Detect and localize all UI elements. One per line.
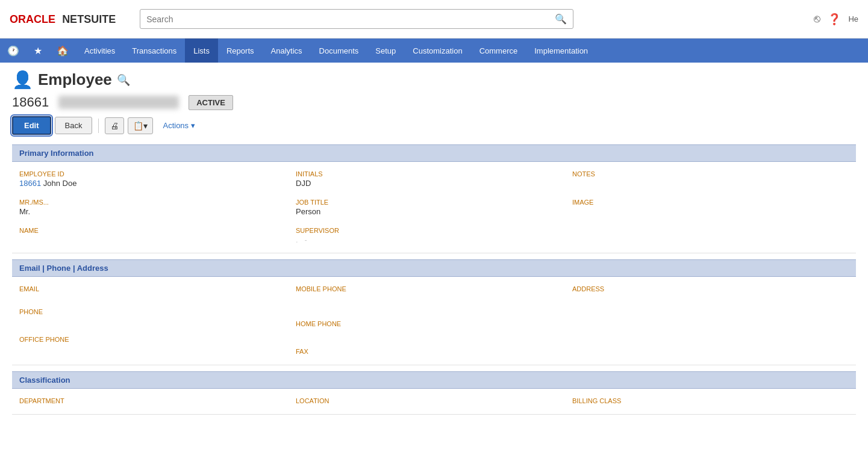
phone-group-col2: MOBILE PHONE HOME PHONE FAX <box>296 285 565 356</box>
nav-customization[interactable]: Customization <box>404 39 470 63</box>
logo-oracle: ORACLE <box>10 13 55 25</box>
nav-star-icon[interactable]: ★ <box>27 39 49 63</box>
nav-transactions[interactable]: Transactions <box>123 39 185 63</box>
help-label: He <box>848 14 858 23</box>
nav-lists[interactable]: Lists <box>185 39 218 63</box>
billing-class-label: BILLING CLASS <box>572 397 841 404</box>
mobile-phone-label: MOBILE PHONE <box>296 285 565 292</box>
name-label: NAME <box>19 227 289 234</box>
record-header: 18661 ACTIVE <box>12 94 856 110</box>
nav-setup[interactable]: Setup <box>367 39 404 63</box>
field-mrms: MR./MS... Mr. <box>19 196 296 218</box>
office-phone-label: OFFICE PHONE <box>19 336 289 343</box>
page-title: Employee <box>38 70 112 89</box>
nav-reports[interactable]: Reports <box>218 39 263 63</box>
header-right: ⎋ ❓ He <box>814 13 858 26</box>
classification-section: Classification DEPARTMENT LOCATION BILLI… <box>12 371 856 415</box>
actions-button[interactable]: Actions ▾ <box>157 118 201 133</box>
employee-id-label: EMPLOYEE ID <box>19 170 289 178</box>
nav-commerce[interactable]: Commerce <box>471 39 526 63</box>
field-image: IMAGE <box>572 196 849 218</box>
logo-net: NET <box>62 13 84 25</box>
nav-home-icon[interactable]: 🏠 <box>49 39 76 63</box>
nav-documents[interactable]: Documents <box>311 39 367 63</box>
primary-info-header: Primary Information <box>12 144 856 162</box>
record-id: 18661 <box>12 94 49 110</box>
search-input[interactable] <box>146 14 555 24</box>
logo: ORACLE NETSUITE <box>10 12 116 26</box>
field-email: EMAIL <box>19 285 289 294</box>
field-spare <box>572 224 849 247</box>
fax-label: FAX <box>296 348 565 355</box>
page-search-icon[interactable]: 🔍 <box>117 73 130 87</box>
email-phone-col1: EMAIL PHONE OFFICE PHONE <box>19 283 296 359</box>
field-supervisor: SUPERVISOR . - <box>296 224 572 247</box>
page-content: 👤 Employee 🔍 18661 ACTIVE Edit Back 🖨 📋▾… <box>0 63 868 422</box>
search-button[interactable]: 🔍 <box>555 13 567 25</box>
job-title-value: Person <box>296 207 565 216</box>
home-phone-label: HOME PHONE <box>296 320 565 327</box>
notes-label: NOTES <box>572 170 841 178</box>
nav-analytics[interactable]: Analytics <box>263 39 311 63</box>
image-label: IMAGE <box>572 199 841 206</box>
supervisor-label: SUPERVISOR <box>296 227 565 234</box>
email-phone-header: Email | Phone | Address <box>12 259 856 277</box>
nav-activities[interactable]: Activities <box>76 39 123 63</box>
classification-header: Classification <box>12 371 856 389</box>
field-employee-id: EMPLOYEE ID 18661 John Doe <box>19 168 296 190</box>
email-phone-fields: EMAIL PHONE OFFICE PHONE <box>12 277 856 365</box>
job-title-label: JOB TITLE <box>296 199 565 206</box>
email-phone-col3: ADDRESS <box>572 283 849 359</box>
search-bar[interactable]: 🔍 <box>140 9 573 29</box>
login-icon[interactable]: ⎋ <box>814 13 820 25</box>
record-name-blurred <box>58 96 179 109</box>
field-initials: INITIALS DJD <box>296 168 572 190</box>
employee-id-link[interactable]: 18661 <box>19 179 41 188</box>
copy-button[interactable]: 📋▾ <box>128 117 153 134</box>
field-job-title: JOB TITLE Person <box>296 196 572 218</box>
email-phone-section: Email | Phone | Address EMAIL PHONE OFFI… <box>12 259 856 365</box>
email-label: EMAIL <box>19 285 289 292</box>
field-department: DEPARTMENT <box>19 395 296 408</box>
field-phone: PHONE <box>19 308 289 317</box>
edit-button[interactable]: Edit <box>12 116 51 135</box>
field-location: LOCATION <box>296 395 572 408</box>
back-button[interactable]: Back <box>55 117 93 134</box>
address-label: ADDRESS <box>572 285 841 292</box>
initials-label: INITIALS <box>296 170 565 178</box>
nav-bar: 🕐 ★ 🏠 Activities Transactions Lists Repo… <box>0 39 868 63</box>
field-name: NAME <box>19 224 296 247</box>
employee-id-value: 18661 John Doe <box>19 179 289 188</box>
mrms-value: Mr. <box>19 207 289 216</box>
action-row: Edit Back 🖨 📋▾ Actions ▾ <box>12 116 856 135</box>
field-billing-class: BILLING CLASS <box>572 395 849 408</box>
email-phone-col2: MOBILE PHONE HOME PHONE FAX <box>296 283 572 359</box>
supervisor-value: . - <box>296 235 565 244</box>
primary-info-section: Primary Information EMPLOYEE ID 18661 Jo… <box>12 144 856 253</box>
logo-suite: SUITE <box>84 13 116 25</box>
top-header: ORACLE NETSUITE 🔍 ⎋ ❓ He <box>0 0 868 39</box>
separator-1 <box>98 119 99 133</box>
initials-value: DJD <box>296 179 565 188</box>
field-office-phone: OFFICE PHONE <box>19 336 289 344</box>
field-address: ADDRESS <box>572 285 841 292</box>
nav-implementation[interactable]: Implementation <box>526 39 596 63</box>
field-home-phone: HOME PHONE <box>296 320 565 329</box>
page-title-row: 👤 Employee 🔍 <box>12 70 856 90</box>
print-button[interactable]: 🖨 <box>105 117 124 134</box>
primary-info-fields: EMPLOYEE ID 18661 John Doe INITIALS DJD … <box>12 162 856 253</box>
mrms-label: MR./MS... <box>19 199 289 206</box>
field-mobile-phone: MOBILE PHONE <box>296 285 565 294</box>
location-label: LOCATION <box>296 397 565 404</box>
employee-icon: 👤 <box>12 70 33 90</box>
phone-group-col1: EMAIL PHONE OFFICE PHONE <box>19 285 289 344</box>
department-label: DEPARTMENT <box>19 397 289 404</box>
nav-history-icon[interactable]: 🕐 <box>0 39 27 63</box>
help-icon[interactable]: ❓ <box>828 13 841 26</box>
field-notes: NOTES <box>572 168 849 190</box>
phone-label: PHONE <box>19 308 289 315</box>
classification-fields: DEPARTMENT LOCATION BILLING CLASS <box>12 389 856 415</box>
status-badge: ACTIVE <box>189 95 233 110</box>
field-fax: FAX <box>296 348 565 356</box>
